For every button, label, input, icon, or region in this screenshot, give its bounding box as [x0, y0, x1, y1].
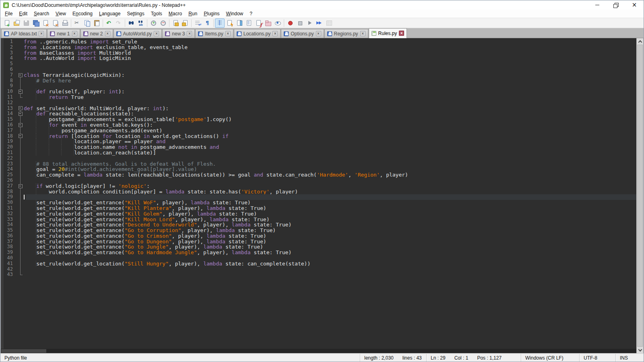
undo-button[interactable] — [104, 19, 114, 28]
fold-collapse-icon[interactable] — [17, 111, 24, 117]
horizontal-scrollbar-thumb[interactable] — [1, 349, 46, 353]
notepadpp-logo-icon — [3, 2, 9, 8]
menu-item-language[interactable]: Language — [96, 10, 124, 17]
indent-guide-button[interactable] — [215, 19, 225, 28]
fold-collapse-icon[interactable] — [17, 134, 24, 139]
fold-collapse-icon[interactable] — [17, 89, 24, 95]
menu-item-run[interactable]: Run — [185, 10, 200, 17]
close-window-button[interactable]: × — [625, 0, 644, 10]
paste-button[interactable] — [92, 19, 101, 28]
copy-button[interactable] — [82, 19, 92, 28]
menu-item-view[interactable]: View — [52, 10, 69, 17]
tab-close-icon[interactable] — [154, 31, 159, 36]
status-eol-format[interactable]: Windows (CR LF) — [521, 354, 579, 362]
tab-new-1[interactable]: new 1 — [47, 29, 80, 38]
vertical-scrollbar-thumb[interactable] — [637, 45, 643, 347]
find-button[interactable] — [126, 19, 136, 28]
tab-close-icon[interactable] — [272, 31, 278, 36]
scroll-down-button[interactable] — [637, 347, 643, 353]
macro-run-multiple-button[interactable] — [314, 19, 324, 28]
tab-close-icon[interactable] — [187, 31, 192, 36]
tab-close-icon[interactable] — [39, 31, 44, 36]
tab-autoworld-py[interactable]: AutoWorld.py — [114, 29, 162, 38]
line-number: 25 — [1, 172, 17, 178]
tab-close-icon[interactable] — [316, 31, 321, 36]
indent-guide-icon — [217, 20, 223, 26]
menu-item-macro[interactable]: Macro — [165, 10, 185, 17]
redo-button[interactable] — [114, 19, 124, 28]
menu-item-help[interactable]: ? — [246, 10, 256, 17]
horizontal-scrollbar[interactable] — [1, 349, 636, 353]
sync-horizontal-scroll-button[interactable] — [180, 19, 190, 28]
tab-close-icon[interactable] — [72, 31, 77, 36]
tab-locations-py[interactable]: Locations.py — [234, 29, 281, 38]
tab-ap-ideas-txt[interactable]: AP Ideas.txt — [1, 29, 47, 38]
tab-new-2[interactable]: new 2 — [80, 29, 113, 38]
tab-label: AutoWorld.py — [123, 31, 152, 37]
line-number: 23 — [1, 161, 17, 167]
word-wrap-button[interactable] — [193, 19, 202, 28]
vertical-scrollbar[interactable] — [636, 38, 643, 353]
macro-save-button[interactable] — [324, 19, 334, 28]
menu-item-window[interactable]: Window — [223, 10, 247, 17]
save-all-button[interactable] — [31, 19, 41, 28]
save-button[interactable] — [21, 19, 31, 28]
code-line: 31 set_rule(world.get_entrance("Kill Pla… — [1, 206, 636, 211]
scroll-up-button[interactable] — [637, 38, 643, 45]
fold-margin — [17, 67, 24, 72]
replace-icon — [138, 20, 144, 26]
show-all-characters-button[interactable] — [202, 19, 212, 28]
document-list-button[interactable] — [244, 19, 254, 28]
close-button[interactable] — [41, 19, 50, 28]
tab-rules-py[interactable]: Rules.py — [369, 28, 407, 38]
document-monitor-button[interactable] — [273, 19, 283, 28]
copy-icon — [84, 20, 90, 26]
zoom-out-button[interactable] — [158, 19, 168, 28]
tab-close-icon[interactable] — [105, 31, 110, 36]
print-button[interactable] — [60, 19, 70, 28]
fold-collapse-icon[interactable] — [17, 122, 24, 128]
menu-item-tools[interactable]: Tools — [148, 10, 165, 17]
status-encoding[interactable]: UTF-8 — [579, 354, 615, 362]
close-all-button[interactable] — [50, 19, 60, 28]
document-map-button[interactable] — [234, 19, 244, 28]
minimize-button[interactable] — [588, 0, 607, 10]
line-number: 1 — [1, 39, 17, 45]
tab-regions-py[interactable]: Regions.py — [324, 29, 368, 38]
menu-item-plugins[interactable]: Plugins — [200, 10, 223, 17]
function-doc-button[interactable] — [254, 19, 263, 28]
menu-item-settings[interactable]: Settings — [124, 10, 147, 17]
menu-item-encoding[interactable]: Encoding — [69, 10, 96, 17]
status-insert-mode[interactable]: INS — [615, 354, 644, 362]
menu-item-file[interactable]: File — [2, 10, 16, 17]
indent-guide-line — [36, 89, 36, 95]
tab-new-3[interactable]: new 3 — [162, 29, 195, 38]
tab-close-icon[interactable] — [399, 31, 404, 36]
tab-options-py[interactable]: Options.py — [281, 29, 324, 38]
tab-label: new 1 — [57, 31, 70, 37]
new-file-button[interactable] — [2, 19, 12, 28]
code-line: 28 world.completion_condition[player] = … — [1, 189, 636, 195]
indent-guide-line — [49, 134, 49, 139]
sync-vertical-scroll-button[interactable] — [171, 19, 180, 28]
fold-collapse-icon[interactable] — [17, 106, 24, 111]
macro-play-button[interactable] — [305, 19, 314, 28]
menu-item-edit[interactable]: Edit — [16, 10, 31, 17]
macro-stop-button[interactable] — [295, 19, 305, 28]
menu-item-search[interactable]: Search — [31, 10, 52, 17]
zoom-in-button[interactable] — [149, 19, 158, 28]
open-file-button[interactable] — [12, 19, 21, 28]
fold-collapse-icon[interactable] — [17, 72, 24, 78]
word-wrap-icon — [194, 20, 201, 26]
function-list-button[interactable] — [225, 19, 234, 28]
cut-button[interactable] — [72, 19, 82, 28]
replace-button[interactable] — [136, 19, 146, 28]
tab-items-py[interactable]: Items.py — [195, 29, 233, 38]
fold-collapse-icon[interactable] — [17, 183, 24, 189]
restore-button[interactable] — [607, 0, 625, 10]
tab-close-icon[interactable] — [225, 31, 231, 36]
folder-as-workspace-button[interactable] — [263, 19, 273, 28]
tab-close-icon[interactable] — [360, 31, 365, 36]
code-editor[interactable]: 1from ..generic.Rules import set_rule2fr… — [1, 38, 636, 349]
macro-record-button[interactable] — [285, 19, 295, 28]
